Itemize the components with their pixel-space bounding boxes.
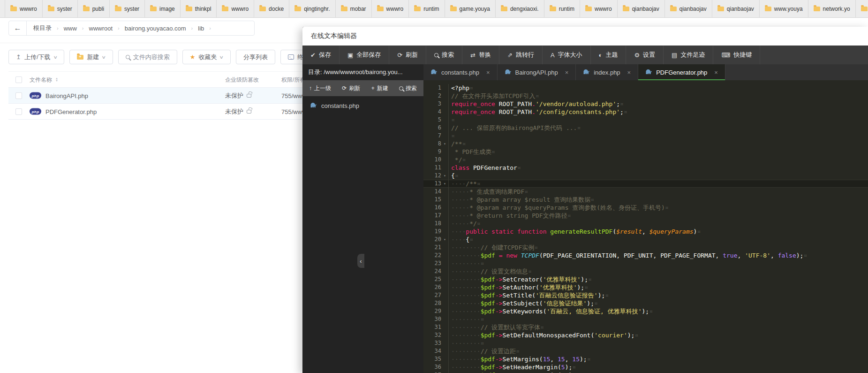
browser-tab[interactable]: qianbaojav	[665, 0, 712, 17]
line-number[interactable]: 6	[423, 124, 441, 132]
fold-arrow-icon[interactable]	[441, 124, 448, 132]
line-number[interactable]: 30	[423, 315, 441, 323]
fold-arrow-icon[interactable]	[441, 371, 448, 373]
fold-arrow-icon[interactable]	[441, 204, 448, 212]
fold-arrow-icon[interactable]: ▾	[441, 236, 448, 244]
editor-toolbar-button[interactable]: ◐主题	[591, 46, 626, 64]
fold-arrow-icon[interactable]	[441, 84, 448, 92]
line-number[interactable]: 26	[423, 283, 441, 291]
unlock-icon[interactable]	[247, 94, 251, 98]
browser-tab[interactable]: game.youya	[445, 0, 496, 17]
editor-toolbar-button[interactable]: ⌨快捷键	[713, 46, 760, 64]
editor-file-tab[interactable]: PDFGenerator.php×	[638, 64, 725, 80]
line-number[interactable]: 11	[423, 164, 441, 172]
fold-arrow-icon[interactable]	[441, 299, 448, 307]
browser-tab[interactable]: thinkpl	[181, 0, 217, 17]
fold-arrow-icon[interactable]	[441, 132, 448, 140]
browser-tab[interactable]: runtim	[409, 0, 445, 17]
line-number[interactable]: 33	[423, 339, 441, 347]
browser-tab[interactable]: syster	[43, 0, 78, 17]
fold-arrow-icon[interactable]	[441, 108, 448, 116]
editor-toolbar-button[interactable]: ⟳刷新	[389, 46, 426, 64]
line-number[interactable]: 14	[423, 188, 441, 196]
fold-arrow-icon[interactable]: ▾	[441, 140, 448, 148]
line-number[interactable]: 37	[423, 371, 441, 373]
tree-file-item[interactable]: constants.php	[302, 100, 423, 112]
fold-arrow-icon[interactable]	[441, 92, 448, 100]
line-number[interactable]: 13	[423, 180, 441, 188]
fold-arrow-icon[interactable]	[441, 116, 448, 124]
browser-tab[interactable]: mobar	[336, 0, 372, 17]
fold-arrow-icon[interactable]	[441, 283, 448, 291]
line-number[interactable]: 10	[423, 156, 441, 164]
fold-arrow-icon[interactable]	[441, 291, 448, 299]
line-number[interactable]: 3	[423, 100, 441, 108]
breadcrumb-item[interactable]: bairong.youyacao.com	[125, 25, 186, 32]
editor-toolbar-button[interactable]: ⚙设置	[626, 46, 664, 64]
browser-tab[interactable]: qingtinghr.	[856, 0, 868, 17]
line-number[interactable]: 29	[423, 307, 441, 315]
fm-toolbar-button[interactable]: 文件内容搜索	[118, 50, 177, 64]
editor-file-tab[interactable]: BairongAPI.php×	[498, 64, 576, 80]
line-number[interactable]: 22	[423, 251, 441, 259]
line-number[interactable]: 20	[423, 236, 441, 244]
editor-file-tab[interactable]: index.php×	[576, 64, 638, 80]
breadcrumb-item[interactable]: wwwroot	[89, 25, 113, 32]
browser-tab[interactable]: dengxiaoxi.	[496, 0, 544, 17]
fm-toolbar-button[interactable]: ★收藏夹∨	[182, 50, 231, 64]
back-button[interactable]: ←	[9, 21, 27, 35]
tree-action-上一级[interactable]: ↑上一级	[309, 84, 331, 92]
fold-arrow-icon[interactable]	[441, 315, 448, 323]
fold-arrow-icon[interactable]: ▾	[441, 180, 448, 188]
line-number[interactable]: 9	[423, 148, 441, 156]
unlock-icon[interactable]	[247, 110, 251, 114]
fold-arrow-icon[interactable]	[441, 251, 448, 259]
browser-tab[interactable]: docke	[254, 0, 289, 17]
fm-toolbar-button[interactable]: 分享列表	[236, 50, 275, 64]
fold-arrow-icon[interactable]	[441, 212, 448, 220]
sort-icon[interactable]: ▲▼	[55, 77, 58, 82]
fold-arrow-icon[interactable]	[441, 156, 448, 164]
editor-toolbar-button[interactable]: ⇗跳转行	[499, 46, 543, 64]
line-number[interactable]: 27	[423, 291, 441, 299]
line-number[interactable]: 34	[423, 347, 441, 355]
fold-arrow-icon[interactable]	[441, 355, 448, 363]
line-number[interactable]: 2	[423, 92, 441, 100]
browser-tab[interactable]: network.yo	[808, 0, 856, 17]
browser-tab[interactable]: image	[145, 0, 181, 17]
editor-toolbar-button[interactable]: ▤文件足迹	[664, 46, 713, 64]
tree-collapse-handle[interactable]: ‹	[357, 254, 364, 268]
breadcrumb-item[interactable]: www	[64, 25, 77, 32]
browser-tab[interactable]: wwwro	[5, 0, 43, 17]
browser-tab[interactable]: qianbaojav	[618, 0, 665, 17]
line-number[interactable]: 7	[423, 132, 441, 140]
line-number[interactable]: 15	[423, 196, 441, 204]
line-number[interactable]: 24	[423, 267, 441, 275]
editor-toolbar-button[interactable]: 搜索	[426, 46, 462, 64]
line-number[interactable]: 18	[423, 220, 441, 228]
row-checkbox[interactable]	[15, 108, 22, 115]
browser-tab[interactable]: wwwro	[580, 0, 618, 17]
line-number[interactable]: 25	[423, 275, 441, 283]
tree-action-搜索[interactable]: 搜索	[399, 84, 417, 92]
fold-arrow-icon[interactable]	[441, 323, 448, 331]
close-icon[interactable]: ×	[714, 69, 718, 76]
close-icon[interactable]: ×	[565, 69, 569, 76]
fold-arrow-icon[interactable]	[441, 228, 448, 236]
fold-arrow-icon[interactable]	[441, 307, 448, 315]
editor-toolbar-button[interactable]: ▣全部保存	[340, 46, 389, 64]
fold-arrow-icon[interactable]	[441, 100, 448, 108]
fm-toolbar-button[interactable]: ↥上传/下载∨	[8, 50, 64, 64]
column-file-name[interactable]: 文件名称	[30, 76, 52, 84]
code-editor[interactable]: 1<?php¤2// 在文件开头添加TCPDF引入¤3require_once …	[423, 80, 868, 373]
row-checkbox[interactable]	[15, 92, 22, 99]
fm-toolbar-button[interactable]: 新建∨	[69, 50, 113, 64]
fold-arrow-icon[interactable]	[441, 259, 448, 267]
close-icon[interactable]: ×	[486, 69, 490, 76]
fold-arrow-icon[interactable]	[441, 275, 448, 283]
line-number[interactable]: 1	[423, 84, 441, 92]
editor-toolbar-button[interactable]: ⇄替换	[462, 46, 499, 64]
close-icon[interactable]: ×	[627, 69, 631, 76]
fold-arrow-icon[interactable]	[441, 339, 448, 347]
browser-tab[interactable]: qianbaojav	[712, 0, 760, 17]
